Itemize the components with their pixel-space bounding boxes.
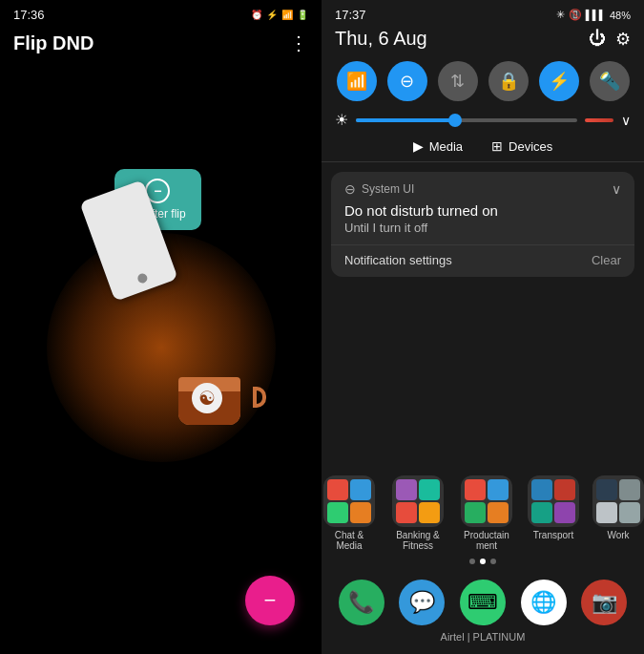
wifi-qs-icon: 📶 — [346, 71, 367, 92]
folder-app-8 — [419, 502, 440, 523]
folder-app-16 — [554, 502, 575, 523]
folder-app-4 — [350, 502, 371, 523]
folder-app-6 — [419, 479, 440, 500]
fab-button[interactable]: − — [245, 576, 295, 625]
folder-label-work: Work — [607, 530, 629, 540]
notification-settings-button[interactable]: Notification settings — [344, 253, 452, 267]
right-status-bar: 17:37 ✳ 📵 ▌▌▌ 48% — [322, 0, 644, 26]
folder-icon-work — [592, 475, 644, 527]
folder-transport[interactable]: Transport — [528, 475, 579, 551]
dock-messages-icon[interactable]: 💬 — [399, 580, 445, 625]
folder-banking-fitness[interactable]: Banking & Fitness — [390, 475, 446, 551]
settings-icon[interactable]: ⚙ — [615, 29, 631, 50]
play-icon: ▶ — [413, 138, 424, 154]
left-panel: 17:36 ⏰ ⚡ 📶 🔋 Flip DND ⋮ − 2s after flip… — [0, 0, 322, 654]
brightness-chevron-icon[interactable]: ∨ — [621, 113, 631, 128]
power-icon[interactable]: ⏻ — [589, 29, 606, 50]
folder-productivity[interactable]: Productain ment — [459, 475, 514, 551]
folder-icon-prod — [461, 475, 512, 527]
notif-subtitle: Until I turn it off — [331, 221, 634, 244]
dock-row: 📞 💬 ⌨ 🌐 📷 — [322, 574, 644, 631]
cup-body: ☯ — [178, 377, 240, 425]
left-toolbar: Flip DND ⋮ — [0, 26, 322, 64]
dock-camera-icon[interactable]: 📷 — [581, 580, 627, 625]
folder-app-13 — [531, 479, 552, 500]
dot-2 — [480, 559, 486, 564]
cup-illustration: ☯ — [178, 377, 255, 444]
quick-settings-row: 📶 ⊖ ⇅ 🔒 ⚡ 🔦 — [322, 57, 644, 109]
folder-app-17 — [596, 479, 617, 500]
system-ui-icon: ⊖ — [344, 181, 356, 197]
dock-keyboard-icon[interactable]: ⌨ — [460, 580, 506, 625]
folder-app-7 — [396, 502, 417, 523]
folder-app-9 — [465, 479, 486, 500]
folder-label-chat: Chat & Media — [322, 530, 377, 551]
folder-label-banking: Banking & Fitness — [390, 530, 446, 551]
date-label: Thu, 6 Aug — [335, 28, 427, 50]
bluetooth-toggle[interactable]: ⚡ — [539, 61, 579, 101]
folder-app-10 — [488, 479, 509, 500]
dock-phone-icon[interactable]: 📞 — [339, 580, 384, 625]
app-grid-area: Chat & Media Banking & Fitness — [322, 277, 644, 654]
folder-app-15 — [531, 502, 552, 523]
media-devices-row: ▶ Media ⊞ Devices — [322, 135, 644, 162]
sync-qs-icon: ⇅ — [450, 71, 465, 92]
right-panel: 17:37 ✳ 📵 ▌▌▌ 48% Thu, 6 Aug ⏻ ⚙ 📶 ⊖ ⇅ 🔒… — [322, 0, 644, 654]
brightness-slider[interactable] — [356, 118, 577, 122]
notif-title: Do not disturb turned on — [331, 202, 634, 221]
media-button[interactable]: ▶ Media — [413, 138, 463, 154]
yin-yang-symbol: ☯ — [192, 383, 222, 413]
notif-header: ⊖ System UI ∨ — [331, 172, 634, 202]
left-status-icons: ⏰ ⚡ 📶 🔋 — [251, 10, 308, 20]
app-title: Flip DND — [13, 32, 93, 54]
notification-clear-button[interactable]: Clear — [592, 253, 621, 267]
date-action-icons: ⏻ ⚙ — [589, 29, 631, 50]
folder-app-14 — [554, 479, 575, 500]
bluetooth-icon-left: ⚡ — [266, 10, 278, 20]
folder-app-19 — [596, 502, 617, 523]
flashlight-toggle[interactable]: 🔦 — [590, 61, 630, 101]
signal-icon-left: 🔋 — [297, 10, 308, 20]
folder-app-20 — [619, 502, 640, 523]
fab-icon: − — [264, 588, 277, 613]
folder-label-prod: Productain ment — [459, 530, 514, 551]
notif-expand-icon[interactable]: ∨ — [612, 181, 621, 197]
devices-label: Devices — [509, 139, 552, 154]
bluetooth-qs-icon: ⚡ — [549, 71, 570, 92]
folder-chat-media[interactable]: Chat & Media — [322, 475, 377, 551]
lock-qs-icon: 🔒 — [498, 71, 519, 92]
folder-work[interactable]: Work — [592, 475, 644, 551]
signal-icon-right: ▌▌▌ — [586, 10, 606, 20]
camera-dot — [136, 272, 149, 285]
brightness-row: ☀ ∨ — [322, 109, 644, 135]
chrome-icon: 🌐 — [530, 590, 556, 615]
grid-icon: ⊞ — [491, 138, 503, 154]
wifi-toggle[interactable]: 📶 — [337, 61, 377, 101]
brightness-icon: ☀ — [335, 111, 348, 129]
brightness-extra-bar — [585, 118, 613, 122]
phone-icon: 📞 — [348, 590, 374, 615]
alarm-icon: ⏰ — [251, 10, 262, 20]
dot-3 — [490, 559, 496, 564]
sync-toggle[interactable]: ⇅ — [438, 61, 478, 101]
brightness-fill — [356, 118, 455, 122]
folder-icon-banking — [392, 475, 444, 527]
dot-1 — [469, 559, 475, 564]
brightness-thumb — [448, 114, 462, 127]
folder-app-5 — [396, 479, 417, 500]
folder-app-12 — [488, 502, 509, 523]
wifi-off-icon: 📶 — [281, 10, 293, 20]
devices-button[interactable]: ⊞ Devices — [491, 138, 552, 154]
folder-label-transport: Transport — [533, 530, 573, 540]
camera-icon: 📷 — [592, 590, 617, 615]
folder-app-11 — [465, 502, 486, 523]
dock-chrome-icon[interactable]: 🌐 — [521, 580, 567, 625]
overflow-menu-button[interactable]: ⋮ — [289, 32, 308, 54]
keyboard-icon: ⌨ — [467, 590, 498, 615]
page-dots — [469, 559, 496, 564]
lock-toggle[interactable]: 🔒 — [488, 61, 529, 101]
notification-card: ⊖ System UI ∨ Do not disturb turned on U… — [331, 172, 634, 277]
notif-actions: Notification settings Clear — [331, 244, 634, 277]
dnd-toggle[interactable]: ⊖ — [387, 61, 427, 101]
media-label: Media — [429, 139, 463, 154]
